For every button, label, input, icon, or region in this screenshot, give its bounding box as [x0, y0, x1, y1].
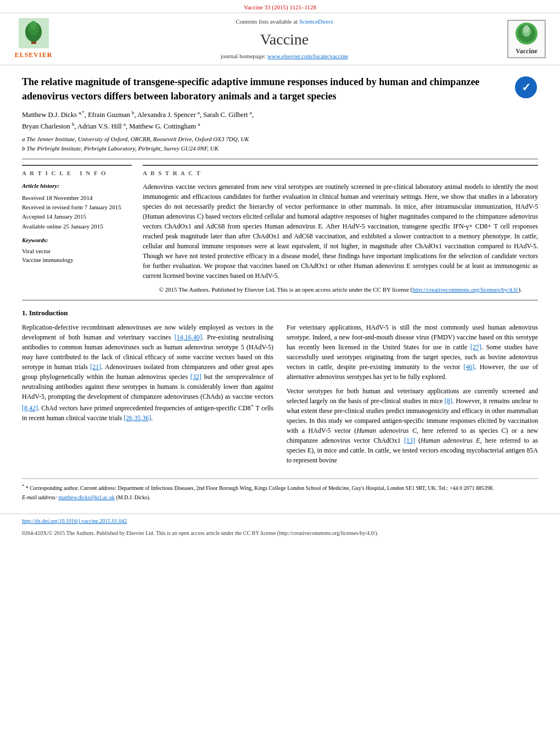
- author-bryan-charleston: Bryan Charleston: [22, 122, 70, 130]
- main-divider: [22, 300, 538, 300]
- ref-8[interactable]: [8]: [445, 397, 452, 405]
- abstract-top-divider: [143, 165, 538, 166]
- online-date: Available online 25 January 2015: [22, 222, 132, 231]
- journal-center: Contents lists available at ScienceDirec…: [67, 18, 502, 60]
- ref-14-16-40[interactable]: [14,16,40]: [175, 333, 202, 341]
- journal-homepage: journal homepage: www.elsevier.com/locat…: [221, 52, 348, 60]
- issn-text: 0264-410X/© 2015 The Authors. Published …: [22, 530, 378, 536]
- ref-21[interactable]: [21]: [90, 363, 101, 371]
- issn-bar: 0264-410X/© 2015 The Authors. Published …: [0, 528, 560, 538]
- vaccine-circle-icon: [516, 23, 537, 44]
- intro-col-right: For veterinary applications, HAdV-5 is s…: [287, 322, 538, 470]
- authors-line: Matthew D.J. Dicks a,*, Efrain Guzman b,…: [22, 109, 538, 132]
- keyword-viral-vector: Viral vector: [22, 247, 132, 255]
- vaccine-logo-box: Vaccine: [507, 20, 546, 58]
- abstract-col: A B S T R A C T Adenovirus vaccine vecto…: [143, 165, 538, 294]
- article-title-section: The relative magnitude of transgene-spec…: [22, 71, 538, 103]
- article-history-label: Article history:: [22, 182, 132, 190]
- abstract-text: Adenovirus vaccine vectors generated fro…: [143, 182, 538, 294]
- ref-26-35-36[interactable]: [26,35,36]: [124, 414, 151, 422]
- revised-date: Received in revised form 7 January 2015: [22, 203, 132, 211]
- accepted-date: Accepted 14 January 2015: [22, 213, 132, 221]
- cc-license-link[interactable]: http://creativecommons.org/licenses/by/4…: [412, 286, 518, 293]
- intro-p1: Replication-defective recombinant adenov…: [22, 322, 273, 423]
- footnote-1: * * Corresponding author. Current addres…: [22, 483, 538, 492]
- intro-p2: For veterinary applications, HAdV-5 is s…: [287, 322, 538, 382]
- contents-line: Contents lists available at ScienceDirec…: [236, 18, 333, 26]
- affiliation-a: a The Jenner Institute, University of Ox…: [22, 135, 538, 143]
- intro-col-left: Replication-defective recombinant adenov…: [22, 322, 273, 470]
- article-info-abstract: A R T I C L E I N F O Article history: R…: [22, 165, 538, 294]
- elsevier-tree-icon: [19, 18, 49, 48]
- info-top-divider: [22, 165, 132, 166]
- abstract-heading: A B S T R A C T: [143, 169, 538, 177]
- abstract-body: Adenovirus vaccine vectors generated fro…: [143, 183, 538, 280]
- sciencedirect-link[interactable]: ScienceDirect: [299, 18, 333, 25]
- intro-heading: 1. Introduction: [22, 308, 538, 318]
- copyright-text: © 2015 The Authors. Published by Elsevie…: [159, 286, 522, 293]
- introduction-section: 1. Introduction Replication-defective re…: [22, 308, 538, 470]
- svg-point-6: [524, 25, 529, 33]
- intro-p3: Vector serotypes for both human and vete…: [287, 386, 538, 465]
- homepage-url[interactable]: www.elsevier.com/locate/vaccine: [267, 53, 348, 59]
- elsevier-logo: ELSEVIER: [9, 18, 58, 60]
- footnote-area: * * Corresponding author. Current addres…: [22, 478, 538, 501]
- ref-27[interactable]: [27]: [471, 343, 481, 351]
- received-date: Received 18 November 2014: [22, 194, 132, 202]
- top-citation-bar: Vaccine 33 (2015) 1121–1128: [0, 0, 560, 13]
- citation-text: Vaccine 33 (2015) 1121–1128: [244, 4, 316, 10]
- elsevier-brand-name: ELSEVIER: [15, 51, 53, 60]
- abstract-copyright: © 2015 The Authors. Published by Elsevie…: [143, 285, 538, 294]
- keyword-vaccine-immunology: Vaccine immunology: [22, 256, 132, 264]
- crossmark-icon: ✓: [514, 75, 538, 99]
- article-info-col: A R T I C L E I N F O Article history: R…: [22, 165, 132, 294]
- vaccine-logo-label: Vaccine: [516, 47, 537, 56]
- vaccine-logo: Vaccine: [502, 18, 551, 60]
- affiliation-b: b The Pirbright Institute, Pirbright Lab…: [22, 144, 538, 153]
- svg-point-3: [30, 21, 37, 30]
- footnote-email: E-mail address: matthew.dicks@kcl.ac.uk …: [22, 493, 538, 501]
- intro-body-cols: Replication-defective recombinant adenov…: [22, 322, 538, 470]
- svg-text:✓: ✓: [522, 81, 531, 93]
- journal-title: Vaccine: [260, 29, 309, 50]
- article-body: The relative magnitude of transgene-spec…: [0, 65, 560, 508]
- doi-bar: http://dx.doi.org/10.1016/j.vaccine.2015…: [0, 514, 560, 528]
- keywords-label: Keywords:: [22, 236, 132, 244]
- article-title: The relative magnitude of transgene-spec…: [22, 75, 505, 103]
- ref-46[interactable]: [46]: [463, 363, 474, 371]
- ref-8-42[interactable]: [8,42]: [22, 404, 38, 412]
- header-divider: [22, 159, 538, 159]
- ref-32[interactable]: [32]: [191, 373, 201, 381]
- email-link[interactable]: matthew.dicks@kcl.ac.uk: [58, 494, 115, 500]
- doi-link[interactable]: http://dx.doi.org/10.1016/j.vaccine.2015…: [22, 518, 127, 524]
- article-info-heading: A R T I C L E I N F O: [22, 169, 132, 177]
- crossmark-circle: ✓: [515, 76, 537, 98]
- ref-13[interactable]: [13]: [404, 437, 415, 444]
- journal-header: ELSEVIER Contents lists available at Sci…: [0, 13, 560, 65]
